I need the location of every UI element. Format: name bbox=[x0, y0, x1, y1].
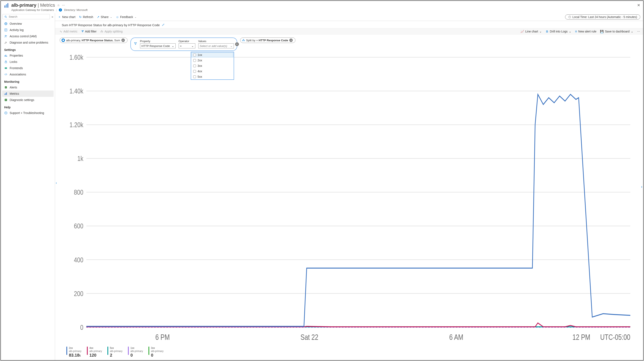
sidebar-item-label: Metrics bbox=[10, 92, 19, 95]
share-button[interactable]: ↗Share⌄ bbox=[97, 15, 112, 19]
close-button[interactable]: ✕ bbox=[637, 3, 640, 8]
svg-text:6 PM: 6 PM bbox=[155, 333, 170, 341]
sidebar-item-alerts[interactable]: Alerts bbox=[2, 84, 54, 91]
filter-option-5xx[interactable]: 5xx bbox=[191, 74, 234, 79]
add-filter-button[interactable]: ⧩Add filter bbox=[81, 30, 96, 33]
save-dashboard-button[interactable]: 💾Save to dashboard⌄ bbox=[600, 30, 633, 33]
metric-icon: ∿ bbox=[60, 30, 62, 33]
time-range-selector[interactable]: Local Time: Last 24 hours (Automatic - 5… bbox=[565, 15, 640, 20]
svg-rect-23 bbox=[6, 92, 7, 95]
legend-color-bar bbox=[148, 346, 149, 355]
chart-config-row: alb-primary, HTTP Response Status, Sum ✕… bbox=[55, 35, 643, 51]
svg-point-13 bbox=[6, 36, 7, 36]
operator-select[interactable]: =⌄ bbox=[178, 43, 195, 48]
sidebar-item-frontends[interactable]: Frontends bbox=[2, 65, 54, 71]
sidebar-item-metrics[interactable]: Metrics bbox=[2, 91, 54, 97]
sidebar-item-activity[interactable]: Activity log bbox=[2, 27, 54, 33]
sidebar: « OverviewActivity logAccess control (IA… bbox=[1, 13, 55, 360]
chart-type-button[interactable]: 📈Line chart⌄ bbox=[520, 30, 542, 33]
sidebar-item-overview[interactable]: Overview bbox=[2, 21, 54, 27]
filter-option-checkbox[interactable] bbox=[193, 59, 196, 62]
filter-option-checkbox[interactable] bbox=[193, 75, 196, 78]
scroll-right-chevron[interactable]: › bbox=[641, 185, 642, 189]
filter-editor: Property HTTP Response Code⌄ Operator =⌄… bbox=[130, 38, 237, 51]
svg-text:UTC-05:00: UTC-05:00 bbox=[600, 333, 630, 341]
svg-text:1.60k: 1.60k bbox=[70, 54, 84, 61]
filter-option-4xx[interactable]: 4xx bbox=[191, 69, 234, 74]
sidebar-item-label: Frontends bbox=[10, 66, 23, 70]
svg-rect-19 bbox=[5, 68, 7, 68]
favorite-button[interactable]: ☆ bbox=[57, 4, 60, 7]
refresh-button[interactable]: ↻Refresh bbox=[79, 15, 93, 19]
values-select[interactable]: Select or add value(s)⌄ bbox=[198, 43, 234, 48]
sidebar-item-label: Overview bbox=[10, 22, 22, 25]
property-label: Property bbox=[140, 40, 176, 43]
drill-logs-button[interactable]: 🗎Drill into Logs⌄ bbox=[546, 30, 571, 33]
new-alert-button[interactable]: ⧈New alert rule bbox=[575, 30, 596, 33]
help-icon bbox=[4, 111, 8, 115]
sidebar-item-properties[interactable]: Properties bbox=[2, 52, 54, 59]
legend-item-5xx[interactable]: 5xxalb-primary2 bbox=[108, 346, 122, 358]
more-button[interactable]: ⋯ bbox=[62, 4, 65, 7]
line-chart-icon: 📈 bbox=[520, 30, 524, 33]
sidebar-collapse-button[interactable]: « bbox=[52, 15, 53, 19]
remove-metric-button[interactable]: ✕ bbox=[122, 39, 125, 42]
split-pill[interactable]: ⁂ Split by = HTTP Response Code ✕ bbox=[240, 38, 296, 43]
content-pane: ‹ › ＋New chart ↻Refresh ↗Share⌄ ☺Feedbac… bbox=[55, 13, 643, 360]
chevron-down-icon: ⌄ bbox=[172, 44, 174, 48]
edit-title-button[interactable] bbox=[162, 23, 165, 27]
feedback-button[interactable]: ☺Feedback⌄ bbox=[116, 15, 136, 19]
svg-rect-2 bbox=[8, 3, 8, 8]
resource-type: Application Gateway for Containers bbox=[11, 8, 54, 12]
svg-text:1.40k: 1.40k bbox=[70, 87, 84, 95]
sidebar-heading: Monitoring bbox=[2, 78, 54, 84]
sidebar-search-input[interactable] bbox=[8, 15, 48, 19]
sidebar-item-support[interactable]: Support + Troubleshooting bbox=[2, 110, 54, 116]
filter-option-1xx[interactable]: 1xx bbox=[191, 52, 234, 58]
svg-rect-1 bbox=[6, 4, 7, 8]
add-metric-button[interactable]: ∿Add metric bbox=[60, 30, 78, 33]
sidebar-item-associations[interactable]: Associations bbox=[2, 71, 54, 78]
filter-option-checkbox[interactable] bbox=[193, 70, 196, 73]
svg-text:800: 800 bbox=[74, 189, 83, 196]
svg-text:0: 0 bbox=[80, 323, 83, 331]
legend-item-4xx[interactable]: 4xxalb-primary120 bbox=[87, 346, 102, 358]
sidebar-item-diag[interactable]: Diagnose and solve problems bbox=[2, 39, 54, 46]
svg-point-12 bbox=[5, 35, 6, 36]
chart-more-button[interactable]: ⋯ bbox=[637, 30, 640, 33]
sidebar-search[interactable] bbox=[2, 14, 50, 19]
filter-option-3xx[interactable]: 3xx bbox=[191, 63, 234, 69]
remove-split-button[interactable]: ✕ bbox=[289, 39, 293, 42]
sidebar-item-diagset[interactable]: Diagnostic settings bbox=[2, 97, 54, 103]
sidebar-item-label: Diagnose and solve problems bbox=[10, 41, 48, 44]
collapse-left-chevron[interactable]: ‹ bbox=[55, 180, 58, 186]
new-chart-button[interactable]: ＋New chart bbox=[58, 15, 75, 19]
chart-canvas[interactable]: 02004006008001k1.20k1.40k1.60k6 PMSat 22… bbox=[62, 54, 636, 345]
sidebar-item-locks[interactable]: Locks bbox=[2, 59, 54, 65]
filter-option-2xx[interactable]: 2xx bbox=[191, 58, 234, 63]
filter-option-checkbox[interactable] bbox=[193, 54, 196, 56]
diagset-icon bbox=[4, 98, 8, 102]
legend-item-2xx[interactable]: 2xxalb-primary83.18k bbox=[66, 346, 82, 358]
metric-pill[interactable]: alb-primary, HTTP Response Status, Sum ✕ bbox=[60, 38, 128, 43]
lock-icon bbox=[4, 60, 8, 64]
plus-icon: ＋ bbox=[58, 15, 61, 19]
property-select[interactable]: HTTP Response Code⌄ bbox=[140, 43, 176, 48]
filter-option-checkbox[interactable] bbox=[193, 65, 196, 67]
logs-icon: 🗎 bbox=[546, 30, 548, 33]
smile-icon: ☺ bbox=[116, 15, 119, 19]
alert-icon bbox=[4, 86, 8, 89]
legend-color-bar bbox=[108, 346, 108, 355]
sidebar-item-label: Locks bbox=[10, 60, 18, 64]
legend-item-1xx[interactable]: 1xxalb-primary0 bbox=[128, 346, 143, 358]
apply-splitting-button[interactable]: ⁂Apply splitting bbox=[100, 30, 122, 33]
sidebar-item-iam[interactable]: Access control (IAM) bbox=[2, 33, 54, 39]
metrics-toolbar: ＋New chart ↻Refresh ↗Share⌄ ☺Feedback⌄ L… bbox=[55, 13, 643, 21]
svg-text:1.20k: 1.20k bbox=[70, 121, 84, 129]
remove-filter-button[interactable]: ✕ bbox=[235, 42, 239, 46]
svg-rect-17 bbox=[5, 62, 7, 63]
values-dropdown: 1xx2xx3xx4xx5xx bbox=[191, 52, 234, 80]
legend-item-3xx[interactable]: 3xxalb-primary0 bbox=[148, 346, 164, 358]
pencil-icon bbox=[162, 23, 165, 26]
chevron-down-icon: ⌄ bbox=[230, 44, 232, 48]
